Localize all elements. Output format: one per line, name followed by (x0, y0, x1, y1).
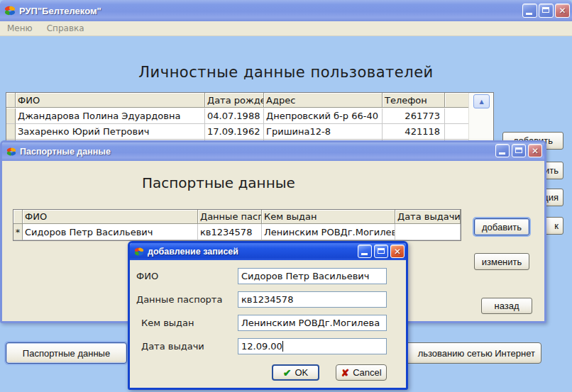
scroll-up-icon[interactable]: ▲ (473, 94, 490, 108)
cell-issued-by[interactable]: Ленинским РОВДг.Могилева (262, 224, 395, 240)
column-header-issue-date: Дата выдачи (395, 210, 461, 224)
dialog-titlebar[interactable]: добавление записей ✕ (130, 243, 406, 260)
minimize-icon[interactable] (495, 144, 510, 157)
cell-fio[interactable]: Джандарова Полина Эдуардовна (16, 108, 205, 124)
passport-window-titlebar[interactable]: Паспортные данные ✕ (2, 142, 544, 161)
cancel-button-label: Cancel (353, 367, 381, 378)
cell-fio[interactable]: Сидоров Петр Васильевич (23, 224, 198, 240)
passport-table: ФИО Данные паспорта Кем выдан Дата выдач… (13, 209, 461, 241)
screen: РУП"Белтелеком" ✕ Меню Справка Личностны… (0, 0, 572, 392)
issue-date-label: Дата выдачи (141, 338, 204, 354)
minimize-icon[interactable] (522, 4, 537, 18)
fio-field[interactable] (238, 268, 387, 284)
back-button[interactable]: назад (481, 298, 532, 314)
column-header-fio: ФИО (16, 93, 205, 108)
cross-icon: ✘ (341, 368, 349, 378)
add-record-dialog: добавление записей ✕ ФИО Данные паспорта… (128, 241, 408, 390)
check-icon: ✔ (283, 368, 292, 378)
issued-by-field[interactable] (238, 315, 387, 331)
page-title: Личностные данные пользователей (0, 64, 572, 81)
column-header-address: Адрес (264, 93, 383, 108)
maximize-icon[interactable] (512, 144, 526, 157)
issued-by-label: Кем выдан (141, 315, 194, 331)
edit-record-button[interactable]: изменить (474, 253, 529, 270)
cell-birth[interactable]: 17.09.1962 (205, 124, 264, 140)
passport-data-label: Данные паспорта (136, 291, 222, 308)
maximize-icon[interactable] (374, 245, 388, 258)
column-header-phone: Телефон (383, 93, 445, 108)
cell-phone[interactable]: 261773 (383, 108, 445, 124)
column-header-fio: ФИО (23, 210, 198, 224)
cell-fio[interactable]: Захаренко Юрий Петрович (16, 124, 205, 140)
row-indicator: * (13, 224, 23, 240)
maximize-icon[interactable] (539, 4, 554, 18)
cell-passport[interactable]: кв1234578 (198, 224, 262, 240)
column-header-issued-by: Кем выдан (262, 210, 395, 224)
column-header-passport: Данные паспорта (198, 210, 262, 224)
cancel-button[interactable]: ✘ Cancel (336, 364, 387, 381)
cell-address[interactable]: Днепровский б-р 66-40 (264, 108, 383, 124)
text-caret (282, 341, 283, 352)
issue-date-field[interactable] (238, 338, 387, 354)
column-header-birth: Дата рождения (205, 93, 264, 108)
row-indicator (6, 108, 16, 124)
minimize-icon[interactable] (358, 245, 372, 258)
add-record-button[interactable]: добавить (474, 218, 529, 235)
butterfly-logo-icon (6, 147, 16, 157)
cell-issue-date[interactable] (395, 224, 461, 240)
table-indicator-header (13, 210, 23, 224)
main-window-title: РУП"Белтелеком" (19, 6, 101, 16)
close-icon[interactable]: ✕ (528, 144, 542, 157)
passport-window-title: Паспортные данные (20, 147, 111, 157)
close-icon[interactable]: ✕ (555, 4, 570, 18)
fio-label: ФИО (136, 268, 158, 284)
ok-button-label: OK (295, 367, 308, 378)
ok-button[interactable]: ✔ OK (272, 364, 319, 381)
butterfly-logo-icon (134, 247, 144, 257)
menu-item-menu[interactable]: Меню (7, 23, 33, 33)
close-icon[interactable]: ✕ (390, 245, 405, 258)
table-indicator-header (6, 93, 16, 108)
butterfly-logo-icon (4, 5, 16, 16)
cell-phone[interactable]: 421118 (383, 124, 445, 140)
passport-data-button[interactable]: Паспортные данные (6, 342, 127, 364)
dialog-title: добавление записей (148, 247, 238, 257)
cell-address[interactable]: Гришина12-8 (264, 124, 383, 140)
main-window-titlebar[interactable]: РУП"Белтелеком" ✕ (0, 0, 572, 21)
row-indicator (6, 124, 16, 140)
menu-item-help[interactable]: Справка (47, 23, 84, 33)
cell-birth[interactable]: 04.07.1988 (205, 108, 264, 124)
menubar: Меню Справка (0, 21, 572, 36)
passport-data-field[interactable] (238, 291, 387, 308)
passport-heading: Паспортные данные (142, 174, 295, 191)
